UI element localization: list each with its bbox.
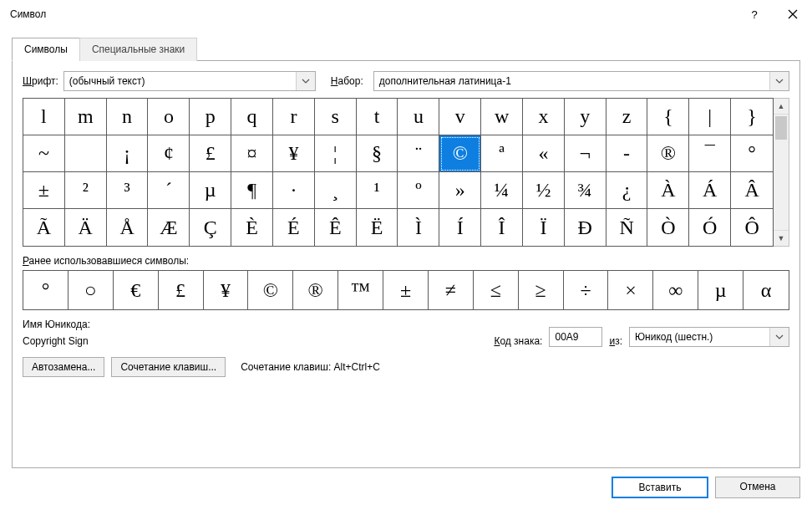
recent-symbol-cell[interactable]: ≤ <box>474 271 519 309</box>
symbol-cell[interactable]: p <box>190 99 231 135</box>
recent-symbol-cell[interactable]: ¥ <box>204 271 249 309</box>
symbol-cell[interactable]: ¶ <box>231 172 273 209</box>
symbol-cell[interactable]: È <box>231 209 273 246</box>
symbol-cell[interactable]: ¦ <box>315 135 357 172</box>
symbol-cell[interactable]: } <box>731 99 773 135</box>
symbol-cell[interactable]: ¯ <box>689 135 731 172</box>
symbol-cell[interactable]: w <box>481 99 523 135</box>
symbol-cell[interactable]: Ó <box>689 209 731 246</box>
symbol-cell[interactable]: É <box>273 209 315 246</box>
symbol-cell[interactable]: Ì <box>398 209 439 246</box>
recent-symbol-cell[interactable]: ≥ <box>519 271 564 309</box>
recent-symbol-cell[interactable]: µ <box>698 271 743 309</box>
symbol-cell[interactable] <box>65 135 107 172</box>
recent-symbol-cell[interactable]: £ <box>159 271 204 309</box>
recent-symbol-cell[interactable]: α <box>743 271 789 309</box>
symbol-cell[interactable]: Ò <box>647 209 689 246</box>
symbol-cell[interactable]: ³ <box>107 172 149 209</box>
recent-symbol-cell[interactable]: ○ <box>69 271 114 309</box>
symbol-cell[interactable]: £ <box>190 135 231 172</box>
symbol-cell[interactable]: ° <box>731 135 773 172</box>
symbol-cell[interactable]: Ð <box>565 209 606 246</box>
symbol-cell[interactable]: ¾ <box>565 172 606 209</box>
symbol-cell[interactable]: ± <box>23 172 65 209</box>
symbol-cell[interactable]: v <box>439 99 481 135</box>
tab-symbols[interactable]: Символы <box>12 38 80 61</box>
symbol-cell[interactable]: Ñ <box>606 209 648 246</box>
recent-symbol-cell[interactable]: ™ <box>338 271 383 309</box>
close-button[interactable] <box>774 0 812 28</box>
symbol-cell[interactable]: ´ <box>148 172 190 209</box>
autocorrect-button[interactable]: Автозамена... <box>23 357 104 377</box>
symbol-cell[interactable]: µ <box>190 172 231 209</box>
symbol-cell[interactable]: z <box>606 99 648 135</box>
symbol-cell[interactable]: r <box>273 99 315 135</box>
symbol-cell[interactable]: ¨ <box>398 135 439 172</box>
symbol-cell[interactable]: u <box>398 99 439 135</box>
symbol-cell[interactable]: m <box>65 99 107 135</box>
symbol-cell[interactable]: º <box>398 172 439 209</box>
symbol-cell[interactable]: Á <box>689 172 731 209</box>
scroll-up-icon[interactable]: ▲ <box>774 99 789 115</box>
symbol-cell[interactable]: © <box>439 135 481 172</box>
symbol-cell[interactable]: ¿ <box>606 172 648 209</box>
symbol-cell[interactable]: Ç <box>190 209 231 246</box>
recent-symbol-cell[interactable]: ≠ <box>429 271 474 309</box>
symbol-cell[interactable]: t <box>357 99 398 135</box>
symbol-cell[interactable]: ¤ <box>231 135 273 172</box>
symbol-cell[interactable]: « <box>523 135 565 172</box>
recent-symbol-cell[interactable]: ® <box>293 271 338 309</box>
symbol-cell[interactable]: Â <box>731 172 773 209</box>
symbol-cell[interactable]: » <box>439 172 481 209</box>
symbol-cell[interactable]: · <box>273 172 315 209</box>
symbol-cell[interactable]: o <box>148 99 190 135</box>
symbol-cell[interactable]: Æ <box>148 209 190 246</box>
symbol-cell[interactable]: ¸ <box>315 172 357 209</box>
font-select[interactable]: (обычный текст) <box>63 71 316 91</box>
recent-symbol-cell[interactable]: ∞ <box>653 271 698 309</box>
symbol-cell[interactable]: Ä <box>65 209 107 246</box>
symbol-cell[interactable]: ¡ <box>107 135 149 172</box>
recent-symbol-cell[interactable]: ÷ <box>564 271 609 309</box>
recent-symbol-cell[interactable]: € <box>114 271 159 309</box>
symbol-cell[interactable]: Å <box>107 209 149 246</box>
symbol-cell[interactable]: Ã <box>23 209 65 246</box>
grid-scrollbar[interactable]: ▲ ▼ <box>774 98 789 247</box>
symbol-cell[interactable]: ª <box>481 135 523 172</box>
shortcut-key-button[interactable]: Сочетание клавиш... <box>111 357 226 377</box>
symbol-cell[interactable]: ® <box>647 135 689 172</box>
symbol-cell[interactable]: Í <box>439 209 481 246</box>
symbol-cell[interactable]: ~ <box>23 135 65 172</box>
symbol-cell[interactable]: n <box>107 99 149 135</box>
subset-select[interactable]: дополнительная латиница-1 <box>373 71 789 91</box>
help-button[interactable]: ? <box>735 0 774 28</box>
recent-symbol-cell[interactable]: ° <box>23 271 69 309</box>
scroll-thumb[interactable] <box>775 116 787 140</box>
recent-symbol-cell[interactable]: × <box>608 271 653 309</box>
symbol-cell[interactable]: - <box>606 135 648 172</box>
insert-button[interactable]: Вставить <box>612 477 708 498</box>
symbol-cell[interactable]: Ë <box>357 209 398 246</box>
symbol-cell[interactable]: ¢ <box>148 135 190 172</box>
symbol-cell[interactable]: § <box>357 135 398 172</box>
symbol-cell[interactable]: Ô <box>731 209 773 246</box>
symbol-cell[interactable]: | <box>689 99 731 135</box>
symbol-cell[interactable]: Ê <box>315 209 357 246</box>
symbol-cell[interactable]: x <box>523 99 565 135</box>
tab-special[interactable]: Специальные знаки <box>79 38 197 61</box>
symbol-cell[interactable]: ¹ <box>357 172 398 209</box>
char-code-input[interactable]: 00A9 <box>549 327 602 347</box>
cancel-button[interactable]: Отмена <box>715 477 800 498</box>
symbol-cell[interactable]: q <box>231 99 273 135</box>
symbol-cell[interactable]: { <box>647 99 689 135</box>
symbol-cell[interactable]: y <box>565 99 606 135</box>
from-select[interactable]: Юникод (шестн.) <box>629 327 789 347</box>
symbol-cell[interactable]: l <box>23 99 65 135</box>
recent-symbol-cell[interactable]: © <box>248 271 293 309</box>
symbol-cell[interactable]: ½ <box>523 172 565 209</box>
scroll-down-icon[interactable]: ▼ <box>774 230 789 246</box>
symbol-cell[interactable]: s <box>315 99 357 135</box>
symbol-cell[interactable]: À <box>647 172 689 209</box>
symbol-cell[interactable]: Ï <box>523 209 565 246</box>
symbol-cell[interactable]: ¬ <box>565 135 606 172</box>
